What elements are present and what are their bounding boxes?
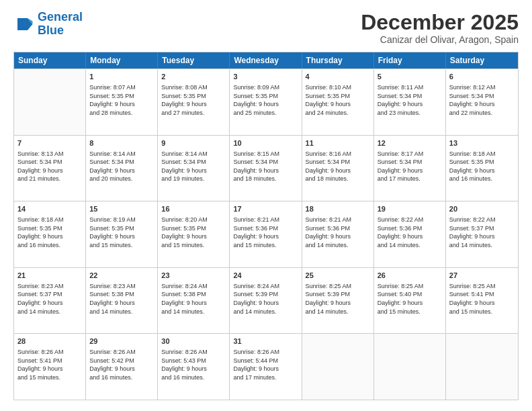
header-day-saturday: Saturday <box>446 52 518 68</box>
day-info: Sunrise: 8:21 AM Sunset: 5:36 PM Dayligh… <box>233 216 298 249</box>
day-info: Sunrise: 8:23 AM Sunset: 5:38 PM Dayligh… <box>89 282 154 316</box>
cal-cell: 2Sunrise: 8:08 AM Sunset: 5:35 PM Daylig… <box>158 69 230 135</box>
cal-cell: 20Sunrise: 8:22 AM Sunset: 5:37 PM Dayli… <box>446 201 518 267</box>
day-number: 20 <box>449 204 515 214</box>
day-number: 28 <box>17 336 82 347</box>
day-info: Sunrise: 8:19 AM Sunset: 5:35 PM Dayligh… <box>89 216 154 249</box>
day-number: 2 <box>161 72 226 82</box>
week-row-4: 21Sunrise: 8:23 AM Sunset: 5:37 PM Dayli… <box>14 267 518 334</box>
day-number: 9 <box>161 138 226 148</box>
logo-text: General Blue <box>38 11 83 38</box>
header-day-thursday: Thursday <box>302 52 374 68</box>
day-number: 13 <box>449 138 515 148</box>
cal-cell: 13Sunrise: 8:18 AM Sunset: 5:35 PM Dayli… <box>446 136 518 201</box>
day-number: 19 <box>378 204 442 214</box>
day-info: Sunrise: 8:23 AM Sunset: 5:37 PM Dayligh… <box>17 282 82 316</box>
day-number: 12 <box>378 138 442 148</box>
day-number: 6 <box>449 72 515 82</box>
week-row-1: 1Sunrise: 8:07 AM Sunset: 5:35 PM Daylig… <box>14 68 518 135</box>
day-number: 8 <box>89 138 154 148</box>
week-row-2: 7Sunrise: 8:13 AM Sunset: 5:34 PM Daylig… <box>14 135 518 201</box>
day-number: 24 <box>233 271 298 281</box>
day-info: Sunrise: 8:26 AM Sunset: 5:43 PM Dayligh… <box>161 348 226 381</box>
location: Canizar del Olivar, Aragon, Spain <box>361 34 519 45</box>
day-number: 31 <box>233 336 298 347</box>
header-day-friday: Friday <box>374 52 446 68</box>
cal-cell: 14Sunrise: 8:18 AM Sunset: 5:35 PM Dayli… <box>14 201 86 267</box>
cal-cell: 18Sunrise: 8:21 AM Sunset: 5:36 PM Dayli… <box>302 201 374 267</box>
day-info: Sunrise: 8:24 AM Sunset: 5:38 PM Dayligh… <box>161 282 226 316</box>
day-info: Sunrise: 8:25 AM Sunset: 5:40 PM Dayligh… <box>378 282 442 316</box>
day-number: 29 <box>89 336 154 347</box>
cal-cell: 15Sunrise: 8:19 AM Sunset: 5:35 PM Dayli… <box>86 201 158 267</box>
day-info: Sunrise: 8:15 AM Sunset: 5:34 PM Dayligh… <box>233 150 298 183</box>
cal-cell <box>302 334 374 400</box>
logo: General Blue <box>13 11 83 38</box>
month-title: December 2025 <box>361 11 519 34</box>
day-number: 30 <box>161 336 226 347</box>
header-day-sunday: Sunday <box>14 52 86 68</box>
day-info: Sunrise: 8:14 AM Sunset: 5:34 PM Dayligh… <box>161 150 226 183</box>
cal-cell: 28Sunrise: 8:26 AM Sunset: 5:41 PM Dayli… <box>14 334 86 400</box>
cal-cell: 11Sunrise: 8:16 AM Sunset: 5:34 PM Dayli… <box>302 136 374 201</box>
day-number: 1 <box>89 72 154 82</box>
header-day-tuesday: Tuesday <box>158 52 230 68</box>
day-info: Sunrise: 8:14 AM Sunset: 5:34 PM Dayligh… <box>89 150 154 183</box>
day-info: Sunrise: 8:25 AM Sunset: 5:39 PM Dayligh… <box>306 282 370 316</box>
calendar-body: 1Sunrise: 8:07 AM Sunset: 5:35 PM Daylig… <box>14 68 518 400</box>
day-number: 25 <box>306 271 370 281</box>
day-info: Sunrise: 8:17 AM Sunset: 5:34 PM Dayligh… <box>378 150 442 183</box>
day-info: Sunrise: 8:09 AM Sunset: 5:35 PM Dayligh… <box>233 83 298 117</box>
cal-cell: 6Sunrise: 8:12 AM Sunset: 5:34 PM Daylig… <box>446 69 518 135</box>
day-number: 17 <box>233 204 298 214</box>
day-number: 10 <box>233 138 298 148</box>
cal-cell: 31Sunrise: 8:26 AM Sunset: 5:44 PM Dayli… <box>230 334 302 400</box>
cal-cell: 17Sunrise: 8:21 AM Sunset: 5:36 PM Dayli… <box>230 201 302 267</box>
day-number: 21 <box>17 271 82 281</box>
day-info: Sunrise: 8:26 AM Sunset: 5:42 PM Dayligh… <box>89 348 154 381</box>
day-info: Sunrise: 8:26 AM Sunset: 5:41 PM Dayligh… <box>17 348 82 381</box>
day-info: Sunrise: 8:08 AM Sunset: 5:35 PM Dayligh… <box>161 83 226 117</box>
day-number: 27 <box>449 271 515 281</box>
title-block: December 2025 Canizar del Olivar, Aragon… <box>361 11 519 45</box>
day-info: Sunrise: 8:22 AM Sunset: 5:37 PM Dayligh… <box>449 216 515 249</box>
cal-cell: 9Sunrise: 8:14 AM Sunset: 5:34 PM Daylig… <box>158 136 230 201</box>
day-number: 14 <box>17 204 82 214</box>
day-info: Sunrise: 8:16 AM Sunset: 5:34 PM Dayligh… <box>306 150 370 183</box>
cal-cell: 26Sunrise: 8:25 AM Sunset: 5:40 PM Dayli… <box>374 268 446 334</box>
logo-icon <box>13 14 34 34</box>
cal-cell: 4Sunrise: 8:10 AM Sunset: 5:35 PM Daylig… <box>302 69 374 135</box>
week-row-3: 14Sunrise: 8:18 AM Sunset: 5:35 PM Dayli… <box>14 201 518 267</box>
cal-cell <box>374 334 446 400</box>
day-info: Sunrise: 8:24 AM Sunset: 5:39 PM Dayligh… <box>233 282 298 316</box>
cal-cell: 16Sunrise: 8:20 AM Sunset: 5:35 PM Dayli… <box>158 201 230 267</box>
cal-cell: 5Sunrise: 8:11 AM Sunset: 5:34 PM Daylig… <box>374 69 446 135</box>
cal-cell: 3Sunrise: 8:09 AM Sunset: 5:35 PM Daylig… <box>230 69 302 135</box>
cal-cell: 24Sunrise: 8:24 AM Sunset: 5:39 PM Dayli… <box>230 268 302 334</box>
cal-cell: 30Sunrise: 8:26 AM Sunset: 5:43 PM Dayli… <box>158 334 230 400</box>
day-number: 26 <box>378 271 442 281</box>
day-number: 7 <box>17 138 82 148</box>
day-info: Sunrise: 8:07 AM Sunset: 5:35 PM Dayligh… <box>89 83 154 117</box>
calendar-header: SundayMondayTuesdayWednesdayThursdayFrid… <box>14 52 518 68</box>
cal-cell: 7Sunrise: 8:13 AM Sunset: 5:34 PM Daylig… <box>14 136 86 201</box>
day-info: Sunrise: 8:21 AM Sunset: 5:36 PM Dayligh… <box>306 216 370 249</box>
cal-cell: 21Sunrise: 8:23 AM Sunset: 5:37 PM Dayli… <box>14 268 86 334</box>
cal-cell: 22Sunrise: 8:23 AM Sunset: 5:38 PM Dayli… <box>86 268 158 334</box>
day-number: 3 <box>233 72 298 82</box>
cal-cell: 19Sunrise: 8:22 AM Sunset: 5:36 PM Dayli… <box>374 201 446 267</box>
cal-cell: 1Sunrise: 8:07 AM Sunset: 5:35 PM Daylig… <box>86 69 158 135</box>
day-number: 11 <box>306 138 370 148</box>
cal-cell: 23Sunrise: 8:24 AM Sunset: 5:38 PM Dayli… <box>158 268 230 334</box>
day-number: 18 <box>306 204 370 214</box>
day-info: Sunrise: 8:26 AM Sunset: 5:44 PM Dayligh… <box>233 348 298 381</box>
day-info: Sunrise: 8:18 AM Sunset: 5:35 PM Dayligh… <box>17 216 82 249</box>
day-info: Sunrise: 8:25 AM Sunset: 5:41 PM Dayligh… <box>449 282 515 316</box>
cal-cell <box>446 334 518 400</box>
cal-cell: 25Sunrise: 8:25 AM Sunset: 5:39 PM Dayli… <box>302 268 374 334</box>
day-info: Sunrise: 8:20 AM Sunset: 5:35 PM Dayligh… <box>161 216 226 249</box>
page: General Blue December 2025 Canizar del O… <box>0 0 532 411</box>
day-info: Sunrise: 8:13 AM Sunset: 5:34 PM Dayligh… <box>17 150 82 183</box>
day-number: 15 <box>89 204 154 214</box>
day-info: Sunrise: 8:11 AM Sunset: 5:34 PM Dayligh… <box>378 83 442 117</box>
